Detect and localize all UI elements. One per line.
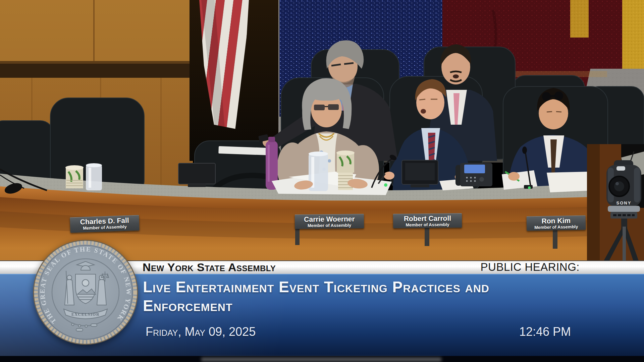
bottom-edge-strip xyxy=(0,356,644,362)
hand xyxy=(508,172,520,181)
gold-stripe xyxy=(622,0,644,69)
hearing-video-frame: SONY Charles D. Fall Member of Assembly … xyxy=(0,0,644,362)
nameplate-title: Member of Assembly xyxy=(295,223,364,228)
seal-motto: EXCELSIOR xyxy=(71,312,100,317)
hearing-title: Live Entertainment Event Ticketing Pract… xyxy=(143,278,589,315)
camera-base xyxy=(608,206,640,212)
desk-monitor xyxy=(178,163,215,187)
nameplate-charles-fall: Charles D. Fall Member of Assembly xyxy=(70,215,139,233)
closed-eyes xyxy=(547,112,552,112)
wood-beam xyxy=(0,64,193,78)
hearing-title-line1: Live Entertainment Event Ticketing Pract… xyxy=(143,278,489,296)
gold-patch xyxy=(570,0,589,38)
water-pitcher xyxy=(86,163,102,190)
camera-brand-label: SONY xyxy=(616,200,632,205)
nameplate-robert-carroll: Robert Carroll Member of Assembly xyxy=(393,213,462,228)
mic-led xyxy=(528,186,531,189)
hearing-date: Friday, May 09, 2025 xyxy=(146,325,256,339)
nameplate-name: Robert Carroll xyxy=(393,213,462,223)
plate-post xyxy=(425,226,429,246)
plate-post xyxy=(553,229,557,249)
hand-with-pen xyxy=(384,172,394,180)
nameplate-ron-kim: Ron Kim Member of Assembly xyxy=(527,215,586,231)
nameplate-title: Member of Assembly xyxy=(393,222,462,228)
eyeglasses xyxy=(314,105,325,110)
hearing-title-line2: Enforcement xyxy=(143,297,232,314)
session-type-label: PUBLIC HEARING: xyxy=(481,260,580,274)
clock-time: 12:46 PM xyxy=(519,325,571,339)
nameplate-title: Member of Assembly xyxy=(527,224,586,230)
mic-led xyxy=(384,183,387,187)
open-mouth xyxy=(421,109,426,114)
ny-state-seal: THE GREAT SEAL OF THE STATE OF NEW YORK … xyxy=(32,238,139,347)
plate-post xyxy=(295,227,300,245)
desk-monitor xyxy=(402,160,438,187)
open-mouth xyxy=(453,74,459,78)
desk-phone xyxy=(455,163,492,186)
organization-label: New York State Assembly xyxy=(143,260,276,274)
phone-screen xyxy=(464,165,485,173)
microphone-head xyxy=(522,146,527,154)
sunglasses-on-head xyxy=(542,92,551,101)
paper-cup-stack xyxy=(65,165,84,188)
nameplate-carrie-woerner: Carrie Woerner Member of Assembly xyxy=(295,214,364,229)
broadcast-camera: SONY xyxy=(587,144,644,265)
sun xyxy=(82,280,89,286)
foreground-blur xyxy=(201,358,441,361)
nameplate-name: Carrie Woerner xyxy=(295,214,364,224)
figure-liberty-head xyxy=(67,275,72,280)
